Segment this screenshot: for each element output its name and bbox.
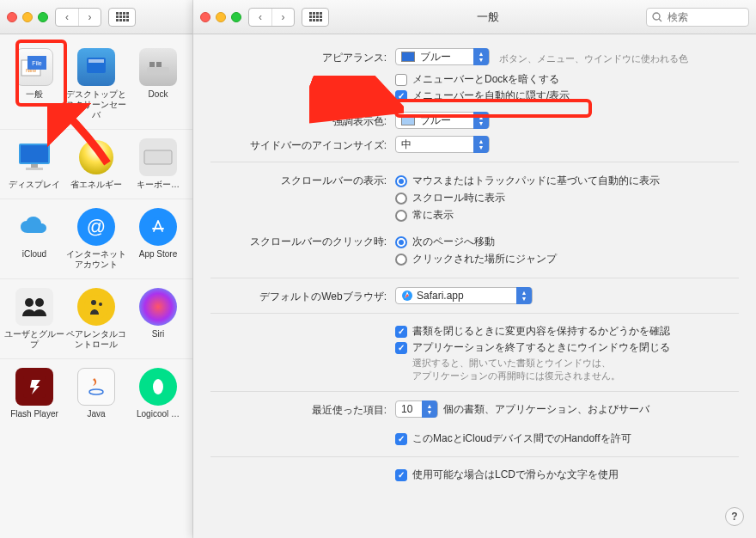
select-value: 10	[401, 403, 422, 415]
svg-point-19	[99, 303, 102, 306]
chevron-updown-icon: ▲▼	[473, 112, 489, 129]
pref-general[interactable]: File New 一般	[3, 48, 65, 120]
back-button[interactable]: ‹	[249, 9, 271, 26]
help-button[interactable]: ?	[725, 507, 744, 526]
nav-buttons: ‹ ›	[248, 8, 295, 27]
pref-parental[interactable]: ペアレンタルコントロール	[65, 288, 127, 350]
grid-icon	[116, 12, 129, 21]
scrollbar-show-radio-auto[interactable]	[395, 175, 407, 187]
close-icon[interactable]	[7, 12, 17, 22]
general-pane: アピアランス: ブルー ▲▼ ボタン、メニュー、ウインドウに使われる色 メニュー…	[193, 34, 756, 508]
highlight-label: 強調表示色:	[210, 112, 395, 128]
pref-label: Java	[87, 409, 105, 419]
pref-icloud[interactable]: iCloud	[3, 208, 65, 270]
pref-appstore[interactable]: App Store	[127, 208, 189, 270]
back-button[interactable]: ‹	[56, 9, 78, 26]
autohide-label: メニューバーを自動的に隠す/表示	[412, 89, 570, 103]
darken-checkbox[interactable]	[395, 74, 407, 86]
search-field[interactable]	[646, 8, 749, 27]
select-value: 中	[401, 138, 473, 152]
pref-label: デスクトップとスクリーンセーバ	[65, 89, 127, 120]
left-titlebar: ‹ ›	[0, 0, 192, 34]
color-swatch-icon	[401, 52, 415, 62]
pref-keyboard[interactable]: キーボー…	[127, 138, 189, 190]
scrollbar-click-radio-spot[interactable]	[395, 254, 407, 266]
svg-point-16	[35, 298, 44, 307]
color-swatch-icon	[401, 115, 415, 125]
forward-button[interactable]: ›	[78, 9, 101, 26]
window-controls	[7, 12, 48, 22]
minimize-icon[interactable]	[216, 12, 226, 22]
zoom-icon[interactable]	[38, 12, 48, 22]
svg-text:New: New	[26, 68, 37, 73]
select-value: ブルー	[420, 113, 473, 128]
pref-label: Flash Player	[10, 409, 58, 419]
scrollbar-show-radio-always[interactable]	[395, 210, 407, 222]
select-value: Safari.app	[417, 290, 516, 302]
close-windows-checkbox[interactable]: ✓	[395, 342, 407, 354]
forward-button[interactable]: ›	[271, 9, 294, 26]
pref-users[interactable]: ユーザとグループ	[3, 288, 65, 350]
pref-desktop[interactable]: デスクトップとスクリーンセーバ	[65, 48, 127, 120]
scrollbar-click-radio-page[interactable]	[395, 236, 407, 248]
chevron-updown-icon: ▲▼	[422, 400, 437, 418]
pref-label: 一般	[26, 89, 43, 100]
pref-logicool[interactable]: Logicool …	[127, 368, 189, 419]
scrollbar-show-radio-scrolling[interactable]	[395, 193, 407, 205]
chevron-updown-icon: ▲▼	[516, 287, 532, 304]
right-titlebar: ‹ › 一般	[193, 0, 756, 34]
recent-label: 最近使った項目:	[210, 400, 395, 417]
pref-label: App Store	[139, 249, 177, 260]
svg-rect-12	[26, 168, 43, 170]
search-input[interactable]	[666, 10, 739, 24]
appearance-hint: ボタン、メニュー、ウインドウに使われる色	[499, 53, 688, 64]
pref-label: キーボー…	[137, 180, 180, 190]
autohide-checkbox[interactable]: ✓	[395, 90, 407, 102]
svg-rect-10	[21, 145, 48, 162]
browser-select[interactable]: Safari.app ▲▼	[395, 287, 533, 304]
sidebar-size-select[interactable]: 中 ▲▼	[395, 136, 490, 153]
show-all-button[interactable]	[108, 8, 136, 27]
window-title: 一般	[336, 9, 639, 25]
pref-internet[interactable]: @ インターネットアカウント	[65, 208, 127, 270]
pref-java[interactable]: Java	[65, 368, 127, 419]
pref-label: Dock	[149, 89, 168, 100]
grid-icon	[309, 12, 322, 21]
nav-buttons: ‹ ›	[55, 8, 101, 27]
close-confirm-checkbox[interactable]: ✓	[395, 326, 407, 338]
lcd-checkbox[interactable]: ✓	[395, 469, 407, 481]
pref-label: インターネットアカウント	[65, 249, 127, 270]
svg-rect-5	[88, 59, 104, 63]
highlight-select[interactable]: ブルー ▲▼	[395, 112, 490, 129]
pref-dock[interactable]: Dock	[127, 48, 189, 120]
svg-point-17	[84, 295, 108, 319]
recent-suffix: 個の書類、アプリケーション、およびサーバ	[443, 402, 649, 417]
appearance-select[interactable]: ブルー ▲▼	[395, 48, 490, 65]
recent-count-select[interactable]: 10 ▲▼	[395, 400, 438, 418]
zoom-icon[interactable]	[231, 12, 241, 22]
minimize-icon[interactable]	[22, 12, 33, 22]
pref-label: Siri	[152, 329, 164, 339]
svg-rect-13	[144, 150, 172, 164]
svg-point-15	[25, 298, 34, 307]
pref-label: ディスプレイ	[9, 180, 60, 190]
sysprefs-window: ‹ › File New 一般	[0, 0, 193, 538]
pref-energy[interactable]: 省エネルギー	[65, 138, 127, 190]
svg-line-25	[659, 19, 662, 21]
pref-grid: File New 一般 デスクトップとスクリーンセーバ Dock	[0, 34, 192, 433]
close-icon[interactable]	[200, 12, 210, 22]
show-all-button[interactable]	[302, 8, 329, 27]
pref-label: ペアレンタルコントロール	[65, 329, 127, 350]
handoff-checkbox[interactable]: ✓	[395, 433, 407, 445]
browser-label: デフォルトのWebブラウザ:	[210, 287, 395, 303]
select-value: ブルー	[420, 50, 473, 64]
window-controls	[200, 12, 241, 22]
svg-text:File: File	[32, 60, 41, 66]
pref-siri[interactable]: Siri	[127, 288, 189, 350]
svg-rect-11	[31, 164, 38, 168]
svg-point-18	[91, 300, 96, 305]
pref-flash[interactable]: Flash Player	[3, 368, 65, 419]
sidebar-label: サイドバーのアイコンサイズ:	[210, 136, 395, 152]
scrollbar-click-label: スクロールバーのクリック時:	[210, 232, 395, 248]
pref-display[interactable]: ディスプレイ	[3, 138, 65, 190]
